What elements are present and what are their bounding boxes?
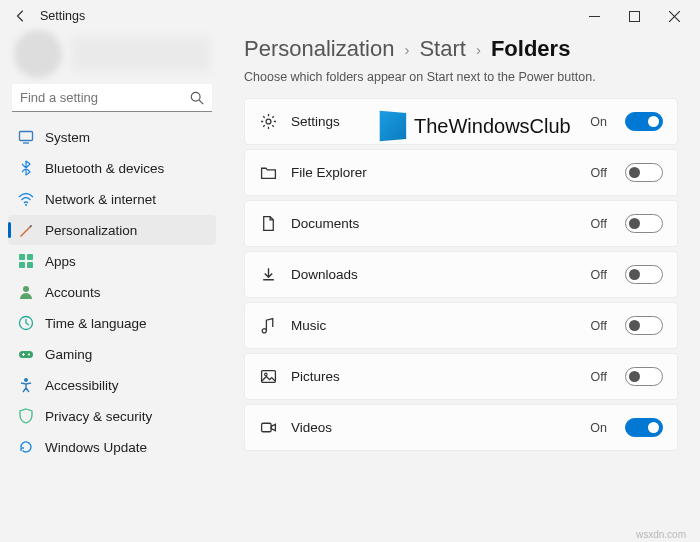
download-icon [259, 266, 277, 284]
sidebar-item-label: System [45, 130, 90, 145]
document-icon [259, 215, 277, 233]
row-file-explorer: File Explorer Off [244, 149, 678, 196]
toggle-pictures[interactable] [625, 367, 663, 386]
toggle-videos[interactable] [625, 418, 663, 437]
maximize-button[interactable] [614, 1, 654, 31]
footer-text: wsxdn.com [636, 529, 686, 540]
svg-rect-5 [19, 254, 25, 260]
sidebar-item-label: Privacy & security [45, 409, 152, 424]
breadcrumb-start[interactable]: Start [419, 36, 465, 62]
search-icon [190, 91, 204, 105]
sidebar-item-personalization[interactable]: Personalization [8, 215, 216, 245]
toggle-documents[interactable] [625, 214, 663, 233]
folder-icon [259, 164, 277, 182]
row-label: Videos [291, 420, 576, 435]
user-info [72, 37, 210, 71]
sidebar-item-label: Windows Update [45, 440, 147, 455]
row-pictures: Pictures Off [244, 353, 678, 400]
svg-rect-17 [261, 423, 271, 432]
close-button[interactable] [654, 1, 694, 31]
minimize-button[interactable] [574, 1, 614, 31]
sidebar-item-network[interactable]: Network & internet [8, 184, 216, 214]
chevron-right-icon: › [404, 41, 409, 58]
sidebar: System Bluetooth & devices Network & int… [0, 32, 222, 542]
row-videos: Videos On [244, 404, 678, 451]
svg-point-13 [24, 378, 28, 382]
accounts-icon [18, 284, 34, 300]
apps-icon [18, 253, 34, 269]
toggle-file-explorer[interactable] [625, 163, 663, 182]
pictures-icon [259, 368, 277, 386]
network-icon [18, 191, 34, 207]
back-button[interactable] [6, 1, 36, 31]
sidebar-item-accounts[interactable]: Accounts [8, 277, 216, 307]
row-label: Downloads [291, 267, 577, 282]
system-icon [18, 129, 34, 145]
sidebar-item-label: Bluetooth & devices [45, 161, 164, 176]
sidebar-item-system[interactable]: System [8, 122, 216, 152]
sidebar-item-accessibility[interactable]: Accessibility [8, 370, 216, 400]
sidebar-item-label: Accessibility [45, 378, 119, 393]
sidebar-item-update[interactable]: Windows Update [8, 432, 216, 462]
videos-icon [259, 419, 277, 437]
gaming-icon [18, 346, 34, 362]
sidebar-item-label: Gaming [45, 347, 92, 362]
toggle-state: Off [591, 268, 607, 282]
toggle-settings[interactable] [625, 112, 663, 131]
page-description: Choose which folders appear on Start nex… [244, 70, 678, 84]
titlebar: Settings [0, 0, 700, 32]
svg-point-16 [264, 373, 267, 376]
svg-point-9 [23, 286, 29, 292]
svg-point-12 [28, 354, 30, 356]
toggle-music[interactable] [625, 316, 663, 335]
row-label: Pictures [291, 369, 577, 384]
svg-rect-8 [27, 262, 33, 268]
svg-rect-7 [19, 262, 25, 268]
breadcrumb-folders: Folders [491, 36, 570, 62]
main: Personalization › Start › Folders Choose… [222, 32, 700, 542]
sidebar-item-gaming[interactable]: Gaming [8, 339, 216, 369]
search-input[interactable] [20, 90, 190, 105]
sidebar-item-label: Accounts [45, 285, 101, 300]
svg-rect-3 [20, 132, 33, 141]
search-box[interactable] [12, 84, 212, 112]
row-music: Music Off [244, 302, 678, 349]
toggle-state: On [590, 115, 607, 129]
toggle-state: Off [591, 370, 607, 384]
personalization-icon [18, 222, 34, 238]
toggle-state: Off [591, 319, 607, 333]
sidebar-item-label: Network & internet [45, 192, 156, 207]
sidebar-item-time[interactable]: Time & language [8, 308, 216, 338]
row-documents: Documents Off [244, 200, 678, 247]
gear-icon [259, 113, 277, 131]
svg-point-2 [191, 92, 200, 101]
breadcrumb-personalization[interactable]: Personalization [244, 36, 394, 62]
toggle-state: Off [591, 166, 607, 180]
toggle-downloads[interactable] [625, 265, 663, 284]
row-label: Settings [291, 114, 576, 129]
bluetooth-icon [18, 160, 34, 176]
nav: System Bluetooth & devices Network & int… [8, 122, 216, 462]
sidebar-item-privacy[interactable]: Privacy & security [8, 401, 216, 431]
avatar [14, 30, 62, 78]
user-panel[interactable] [8, 32, 216, 80]
row-label: Music [291, 318, 577, 333]
music-icon [259, 317, 277, 335]
svg-rect-1 [629, 11, 639, 21]
sidebar-item-bluetooth[interactable]: Bluetooth & devices [8, 153, 216, 183]
svg-rect-6 [27, 254, 33, 260]
row-label: Documents [291, 216, 577, 231]
sidebar-item-apps[interactable]: Apps [8, 246, 216, 276]
privacy-icon [18, 408, 34, 424]
svg-point-14 [266, 119, 271, 124]
svg-point-4 [25, 204, 27, 206]
update-icon [18, 439, 34, 455]
accessibility-icon [18, 377, 34, 393]
row-label: File Explorer [291, 165, 577, 180]
chevron-right-icon: › [476, 41, 481, 58]
svg-rect-15 [261, 371, 275, 383]
time-icon [18, 315, 34, 331]
sidebar-item-label: Personalization [45, 223, 137, 238]
window-title: Settings [40, 9, 85, 23]
sidebar-item-label: Apps [45, 254, 76, 269]
